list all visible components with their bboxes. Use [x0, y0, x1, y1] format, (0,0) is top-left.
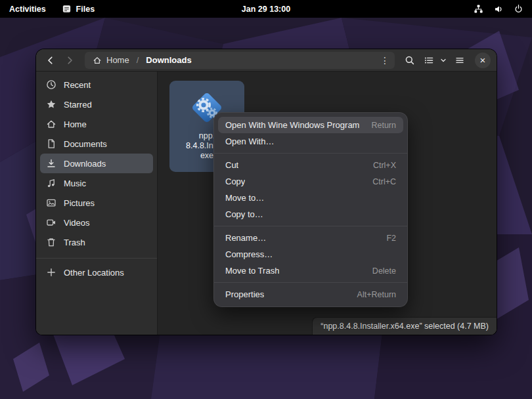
focused-app-menu[interactable]: Files [62, 4, 95, 14]
menu-separator [214, 226, 407, 226]
menu-item-move-to-trash[interactable]: Move to Trash Delete [218, 262, 403, 279]
download-icon [46, 158, 56, 169]
sidebar-item-downloads[interactable]: Downloads [40, 154, 153, 173]
menu-item-shortcut: Ctrl+X [373, 161, 396, 170]
header-bar: Home / Downloads ⋮ [36, 49, 497, 72]
list-view-icon [424, 55, 434, 66]
sidebar-item-label: Music [64, 178, 86, 188]
sidebar-item-trash[interactable]: Trash [40, 232, 153, 252]
hamburger-menu-icon [454, 55, 465, 66]
menu-item-copy-to[interactable]: Copy to… [218, 206, 403, 222]
power-icon [514, 4, 523, 14]
star-icon [46, 99, 56, 110]
menu-item-open-with[interactable]: Open With… [218, 133, 403, 150]
menu-item-label: Copy to… [225, 209, 263, 219]
chevron-down-icon [439, 56, 447, 64]
back-button[interactable] [42, 52, 59, 69]
sidebar-item-home[interactable]: Home [40, 114, 153, 134]
sidebar-item-label: Videos [64, 218, 90, 228]
sidebar-item-label: Other Locations [64, 268, 124, 278]
menu-item-cut[interactable]: Cut Ctrl+X [218, 157, 403, 173]
selection-status-bar: “npp.8.4.8.Installer.x64.exe” selected (… [312, 317, 497, 335]
sidebar-item-label: Pictures [64, 198, 95, 208]
sidebar-item-label: Trash [64, 238, 85, 247]
menu-item-properties[interactable]: Properties Alt+Return [218, 286, 403, 303]
chevron-right-icon [64, 55, 75, 66]
menu-item-shortcut: Ctrl+C [372, 177, 396, 186]
path-segment-current[interactable]: Downloads [139, 55, 198, 65]
path-segment-label: Home [106, 55, 129, 65]
menu-item-label: Copy [225, 177, 245, 186]
sidebar-item-label: Starred [64, 100, 92, 110]
menu-item-label: Open With… [225, 136, 274, 146]
sidebar-item-label: Downloads [64, 159, 106, 169]
music-note-icon [46, 178, 56, 188]
recent-clock-icon [46, 79, 56, 90]
main-menu-button[interactable] [451, 52, 468, 69]
sidebar-item-label: Documents [64, 139, 107, 149]
folder-view[interactable]: npp. 8.4.8.Install exe Open With Wine Wi… [158, 72, 497, 335]
menu-item-label: Cut [225, 160, 238, 170]
sidebar-item-label: Home [64, 119, 87, 129]
trash-icon [46, 237, 56, 247]
search-icon [405, 55, 415, 66]
home-icon [46, 119, 56, 129]
menu-separator [214, 282, 407, 283]
menu-item-shortcut: Delete [372, 266, 396, 276]
activities-button[interactable]: Activities [9, 5, 46, 14]
menu-item-open-with-wine[interactable]: Open With Wine Windows Program Loader Re… [218, 117, 403, 133]
menu-item-label: Open With Wine Windows Program Loader [225, 120, 361, 130]
menu-separator [214, 153, 407, 154]
forward-button[interactable] [61, 52, 78, 69]
menu-item-label: Compress… [225, 249, 273, 259]
sidebar-item-label: Recent [64, 80, 91, 90]
image-icon [46, 198, 56, 208]
menu-item-shortcut: Return [371, 121, 396, 130]
files-window: Home / Downloads ⋮ [36, 49, 497, 335]
menu-item-label: Move to… [225, 193, 264, 203]
menu-item-move-to[interactable]: Move to… [218, 190, 403, 206]
view-toggle-group [420, 52, 449, 69]
sidebar-item-recent[interactable]: Recent [40, 75, 153, 94]
sidebar-item-music[interactable]: Music [40, 173, 153, 193]
focused-app-name: Files [76, 5, 95, 14]
menu-item-copy[interactable]: Copy Ctrl+C [218, 173, 403, 190]
menu-item-rename[interactable]: Rename… F2 [218, 230, 403, 246]
context-menu: Open With Wine Windows Program Loader Re… [213, 112, 408, 307]
sidebar-item-documents[interactable]: Documents [40, 134, 153, 154]
sidebar-item-other-locations[interactable]: Other Locations [40, 262, 153, 282]
document-icon [46, 138, 56, 149]
menu-item-label: Rename… [225, 233, 266, 243]
video-camera-icon [46, 217, 56, 228]
top-bar-left: Activities Files [0, 4, 95, 14]
menu-item-label: Move to Trash [225, 266, 279, 276]
plus-icon [46, 267, 56, 278]
network-icon [474, 4, 483, 14]
folder-options-kebab-button[interactable]: ⋮ [376, 52, 393, 69]
places-sidebar: Recent Starred Home Documents [36, 72, 158, 335]
menu-item-shortcut: Alt+Return [357, 290, 396, 299]
menu-item-compress[interactable]: Compress… [218, 246, 403, 262]
menu-item-label: Properties [225, 289, 264, 299]
path-bar: Home / Downloads ⋮ [85, 52, 395, 69]
close-window-button[interactable]: × [475, 52, 491, 68]
files-app-icon [62, 4, 72, 14]
system-status-area[interactable] [474, 4, 532, 14]
volume-icon [493, 4, 504, 14]
path-segment-home[interactable]: Home [86, 52, 136, 69]
list-view-button[interactable] [420, 52, 437, 69]
window-body: Recent Starred Home Documents [36, 72, 497, 335]
sidebar-item-videos[interactable]: Videos [40, 213, 153, 232]
sidebar-separator [36, 258, 157, 259]
chevron-left-icon [45, 55, 56, 66]
gnome-top-bar: Activities Files Jan 29 13:00 [0, 0, 532, 18]
selection-status-text: “npp.8.4.8.Installer.x64.exe” selected (… [321, 322, 489, 331]
clock-button[interactable]: Jan 29 13:00 [242, 5, 290, 14]
sidebar-item-starred[interactable]: Starred [40, 94, 153, 114]
view-options-dropdown-button[interactable] [437, 52, 449, 69]
sidebar-item-pictures[interactable]: Pictures [40, 193, 153, 213]
home-icon [93, 56, 102, 65]
menu-item-shortcut: F2 [386, 234, 396, 243]
search-button[interactable] [401, 52, 418, 69]
